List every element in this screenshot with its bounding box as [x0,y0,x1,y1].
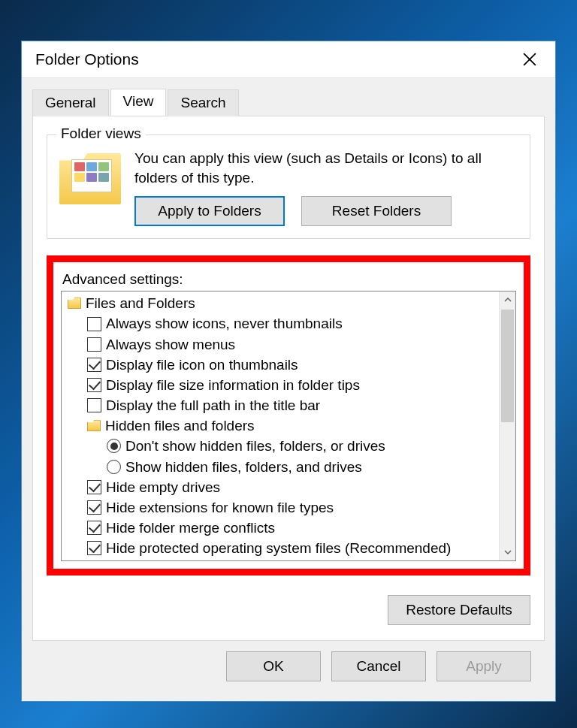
apply-button[interactable]: Apply [437,651,531,681]
option-display-file-icon-thumbnails[interactable]: Display file icon on thumbnails [65,355,496,375]
folder-icon [68,298,81,309]
advanced-settings-label: Advanced settings: [62,271,516,288]
tree-node-label: Files and Folders [86,293,195,313]
checkbox-icon [87,541,101,555]
chevron-down-icon [504,548,512,556]
dialog-client-area: General View Search Folder views [22,77,555,701]
scroll-up-button[interactable] [500,292,515,308]
dialog-footer: OK Cancel Apply [32,641,545,693]
option-always-show-menus[interactable]: Always show menus [65,334,496,355]
tree-node-label: Hidden files and folders [105,415,255,436]
folder-icon [87,420,101,431]
option-label: Always show menus [106,334,235,355]
option-dont-show-hidden[interactable]: Don't show hidden files, folders, or dri… [65,436,496,456]
option-label: Display file size information in folder … [106,375,360,395]
option-label: Hide protected operating system files (R… [106,538,451,558]
close-icon [523,53,536,66]
advanced-settings-tree: Files and Folders Always show icons, nev… [62,292,499,560]
tab-page-view: Folder views You [32,116,545,641]
tree-node-hidden-files[interactable]: Hidden files and folders [65,415,496,436]
checkbox-icon [87,500,101,515]
option-label: Hide extensions for known file types [106,497,334,518]
option-label: Always show icons, never thumbnails [106,313,343,334]
folder-views-group-title: Folder views [56,125,146,142]
chevron-up-icon [504,296,512,304]
checkbox-icon [87,317,101,331]
option-display-file-size-tips[interactable]: Display file size information in folder … [65,375,496,395]
option-label: Hide folder merge conflicts [106,518,275,538]
reset-folders-button[interactable]: Reset Folders [301,196,452,226]
option-label: Don't show hidden files, folders, or dri… [125,436,385,456]
option-label: Display the full path in the title bar [106,395,320,415]
option-hide-empty-drives[interactable]: Hide empty drives [65,477,496,497]
checkbox-icon [87,480,101,494]
tab-view[interactable]: View [110,89,167,116]
folder-options-dialog: Folder Options General View Search Folde… [21,41,556,702]
restore-defaults-button[interactable]: Restore Defaults [388,595,530,625]
folder-views-description: You can apply this view (such as Details… [134,149,518,187]
option-hide-protected-os-files[interactable]: Hide protected operating system files (R… [65,538,496,558]
checkbox-icon [87,337,101,352]
advanced-settings-listbox[interactable]: Files and Folders Always show icons, nev… [61,291,516,561]
desktop-background: Folder Options General View Search Folde… [0,0,577,728]
scrollbar-thumb[interactable] [501,310,514,422]
checkbox-icon [87,398,101,412]
advanced-settings-highlight: Advanced settings: Files and Folders Alw… [47,255,530,575]
option-always-show-icons[interactable]: Always show icons, never thumbnails [65,313,496,334]
option-label: Display file icon on thumbnails [106,355,298,375]
option-label: Show hidden files, folders, and drives [125,457,362,477]
checkbox-icon [87,521,101,535]
folder-views-group: Folder views You [47,134,530,239]
titlebar[interactable]: Folder Options [22,41,555,77]
radio-icon [107,439,121,453]
radio-icon [107,460,121,474]
option-label: Hide empty drives [106,477,220,497]
tab-strip: General View Search [32,89,545,116]
window-title: Folder Options [35,50,139,68]
cancel-button[interactable]: Cancel [331,651,426,681]
option-show-hidden[interactable]: Show hidden files, folders, and drives [65,457,496,477]
ok-button[interactable]: OK [226,651,321,681]
close-button[interactable] [510,44,549,74]
checkbox-icon [87,358,101,372]
option-display-full-path-titlebar[interactable]: Display the full path in the title bar [65,395,496,415]
apply-to-folders-button[interactable]: Apply to Folders [134,196,285,226]
tab-search[interactable]: Search [168,89,238,116]
option-hide-extensions[interactable]: Hide extensions for known file types [65,497,496,518]
checkbox-icon [87,378,101,392]
advanced-settings-scrollbar[interactable] [499,292,515,560]
tree-node-files-and-folders[interactable]: Files and Folders [65,293,496,313]
tab-general[interactable]: General [32,89,109,116]
option-hide-merge-conflicts[interactable]: Hide folder merge conflicts [65,518,496,538]
folder-preview-icon [59,153,121,204]
scroll-down-button[interactable] [500,544,515,560]
